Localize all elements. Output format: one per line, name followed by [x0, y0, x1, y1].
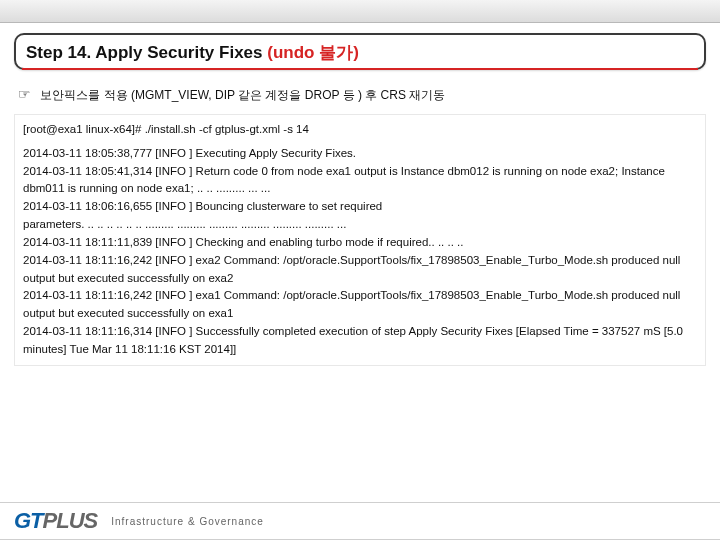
terminal-line: [root@exa1 linux-x64]# ./install.sh -cf … [23, 121, 697, 139]
step-title-box: Step 14. Apply Security Fixes (undo 불가) [14, 33, 706, 70]
description-row: ☞ 보안픽스를 적용 (MGMT_VIEW, DIP 같은 계정을 DROP 등… [18, 86, 702, 104]
terminal-line: 2014-03-11 18:11:11,839 [INFO ] Checking… [23, 234, 697, 252]
terminal-line: 2014-03-11 18:11:16,242 [INFO ] exa2 Com… [23, 252, 697, 288]
footer-bar: GTPLUS Infrastructure & Governance [0, 502, 720, 540]
terminal-line: 2014-03-11 18:05:41,314 [INFO ] Return c… [23, 163, 697, 199]
logo-sub-text: PLUS [43, 508, 98, 534]
footer-tagline: Infrastructure & Governance [111, 516, 264, 527]
terminal-line: parameters. .. .. .. .. .. .. ......... … [23, 216, 697, 234]
logo-main-text: GT [14, 508, 43, 534]
terminal-line: 2014-03-11 18:06:16,655 [INFO ] Bouncing… [23, 198, 697, 216]
pointer-icon: ☞ [18, 86, 31, 102]
step-title-suffix: (undo 불가) [267, 43, 359, 62]
terminal-line: 2014-03-11 18:05:38,777 [INFO ] Executin… [23, 145, 697, 163]
title-underline [22, 68, 698, 70]
step-title-main: Step 14. Apply Security Fixes [26, 43, 267, 62]
brand-logo: GTPLUS [14, 508, 97, 534]
terminal-output: [root@exa1 linux-x64]# ./install.sh -cf … [14, 114, 706, 366]
terminal-line: 2014-03-11 18:11:16,314 [INFO ] Successf… [23, 323, 697, 359]
window-top-bar [0, 0, 720, 23]
terminal-line: 2014-03-11 18:11:16,242 [INFO ] exa1 Com… [23, 287, 697, 323]
description-text: 보안픽스를 적용 (MGMT_VIEW, DIP 같은 계정을 DROP 등 )… [40, 88, 445, 102]
